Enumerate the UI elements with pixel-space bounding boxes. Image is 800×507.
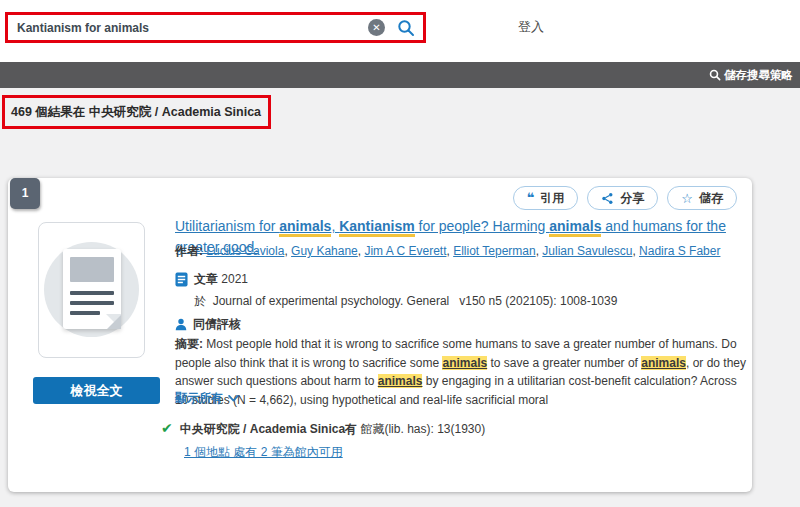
search-input[interactable] [8, 15, 368, 40]
authors-label: 作者: [175, 244, 203, 258]
availability-holdings: 館藏(lib. has): 13(1930) [357, 422, 485, 436]
login-button[interactable]: 登入 [518, 18, 544, 36]
author-link[interactable]: Guy Kahane [291, 244, 358, 258]
page: ✕ 登入 儲存搜尋策略 469 個結果在 中央研究院 / Academia Si… [0, 0, 800, 507]
location-availability-link[interactable]: 1 個地點 處有 2 筆為館內可用 [184, 444, 343, 461]
document-icon [63, 249, 121, 329]
authors-row: 作者: Lucius Caviola, Guy Kahane, Jim A C … [175, 243, 747, 260]
results-count: 469 個結果在 中央研究院 / Academia Sinica [11, 105, 261, 119]
in-label: 於 [194, 294, 206, 308]
share-icon [601, 192, 614, 205]
show-all-label: 顯示所有 [175, 390, 223, 407]
annotation-box-results: 469 個結果在 中央研究院 / Academia Sinica [2, 95, 271, 129]
journal-citation: Journal of experimental psychology. Gene… [213, 294, 618, 308]
save-search-button[interactable]: 儲存搜尋策略 [709, 68, 800, 83]
document-thumbnail[interactable] [38, 222, 145, 358]
authors-list[interactable]: Lucius Caviola, Guy Kahane, Jim A C Ever… [206, 244, 720, 258]
save-label: 儲存 [699, 190, 723, 207]
availability-row: ✔ 中央研究院 / Academia Sinica有 館藏(lib. has):… [161, 421, 485, 438]
save-button[interactable]: ☆ 儲存 [667, 186, 737, 210]
availability-institution: 中央研究院 / Academia Sinica有 [180, 422, 357, 436]
toolbar: 儲存搜尋策略 [0, 62, 800, 88]
chevron-down-icon [228, 395, 239, 402]
header: ✕ 登入 [0, 0, 800, 62]
save-search-label: 儲存搜尋策略 [724, 68, 793, 83]
author-link[interactable]: Nadira S Faber [639, 244, 720, 258]
author-link[interactable]: Jim A C Everett [364, 244, 446, 258]
type-label: 文章 [194, 272, 218, 286]
peer-review-label: 同儕評核 [193, 316, 241, 333]
abstract-label: 摘要: [175, 337, 203, 351]
author-link[interactable]: Elliot Teperman [453, 244, 536, 258]
result-index-badge: 1 [10, 178, 40, 209]
year: 2021 [221, 272, 248, 286]
result-card: 1 檢視全文 ❝ 引用 分享 [8, 178, 752, 492]
clear-search-icon[interactable]: ✕ [368, 19, 385, 36]
article-icon [175, 272, 188, 287]
type-row: 文章 2021 [175, 271, 248, 288]
share-label: 分享 [620, 190, 644, 207]
cite-button[interactable]: ❝ 引用 [513, 186, 579, 210]
view-fulltext-button[interactable]: 檢視全文 [33, 377, 160, 404]
cite-label: 引用 [540, 190, 564, 207]
share-button[interactable]: 分享 [587, 186, 658, 210]
author-link[interactable]: Julian Savulescu [542, 244, 632, 258]
annotation-box-search: ✕ [5, 12, 426, 43]
search-icon[interactable] [395, 17, 417, 39]
result-actions: ❝ 引用 分享 ☆ 儲存 [513, 186, 737, 210]
star-icon: ☆ [681, 191, 693, 206]
show-all-button[interactable]: 顯示所有 [175, 390, 239, 407]
abstract-text: Most people hold that it is wrong to sac… [175, 337, 746, 407]
search-small-icon [709, 69, 721, 81]
journal-row: 於 Journal of experimental psychology. Ge… [194, 293, 617, 310]
check-icon: ✔ [161, 421, 173, 435]
abstract: 摘要: Most people hold that it is wrong to… [175, 335, 749, 409]
quote-icon: ❝ [527, 193, 535, 203]
author-link[interactable]: Lucius Caviola [206, 244, 284, 258]
peer-review-row: 同儕評核 [175, 316, 241, 333]
person-icon [175, 318, 187, 331]
